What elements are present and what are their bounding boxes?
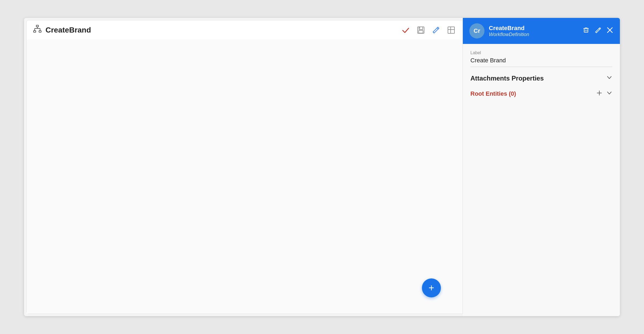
svg-rect-2 [39, 31, 41, 32]
attachments-chevron-icon [606, 75, 612, 82]
root-entities-section-header: Root Entities (0) [470, 88, 612, 100]
svg-line-26 [599, 28, 600, 29]
root-entities-chevron-icon[interactable] [606, 90, 612, 98]
svg-line-11 [437, 28, 438, 29]
right-panel: Cr CreateBrand WorkflowDefinition [463, 18, 620, 316]
delete-icon[interactable] [583, 27, 590, 36]
svg-line-12 [433, 32, 434, 33]
attachments-section-title: Attachments Properties [470, 75, 544, 82]
identity-name: CreateBrand [489, 25, 529, 32]
close-icon[interactable] [606, 27, 613, 36]
svg-rect-23 [584, 28, 588, 32]
root-entities-add-icon[interactable] [596, 90, 603, 98]
panel-identity: Cr CreateBrand WorkflowDefinition [469, 23, 529, 38]
save-icon[interactable] [416, 25, 426, 35]
svg-rect-0 [36, 25, 38, 27]
workflow-icon [33, 25, 42, 35]
identity-type: WorkflowDefinition [489, 32, 529, 37]
panel-body: Label Create Brand Attachments Propertie… [463, 44, 620, 316]
label-field-label: Label [470, 50, 612, 55]
right-panel-header: Cr CreateBrand WorkflowDefinition [463, 18, 620, 44]
page-title: CreateBrand [45, 26, 91, 34]
canvas-title-area: CreateBrand [33, 25, 91, 35]
svg-rect-1 [34, 31, 36, 32]
svg-rect-9 [419, 30, 423, 33]
canvas-panel: CreateBrand [26, 20, 463, 314]
avatar: Cr [469, 23, 484, 38]
identity-text: CreateBrand WorkflowDefinition [489, 25, 529, 37]
svg-rect-13 [448, 27, 454, 33]
add-button[interactable]: + [422, 278, 441, 297]
check-icon[interactable] [401, 25, 411, 35]
root-entities-title: Root Entities (0) [470, 90, 516, 97]
label-field-value: Create Brand [470, 57, 612, 67]
panel-actions [583, 27, 613, 36]
edit-icon[interactable] [431, 25, 441, 35]
panel-edit-icon[interactable] [594, 27, 601, 36]
canvas-header: CreateBrand [27, 20, 463, 40]
attachments-section-header[interactable]: Attachments Properties [470, 75, 612, 82]
canvas-body: + [27, 40, 463, 314]
root-entities-actions [596, 90, 612, 98]
table-icon[interactable] [446, 25, 456, 35]
canvas-toolbar [401, 25, 456, 35]
